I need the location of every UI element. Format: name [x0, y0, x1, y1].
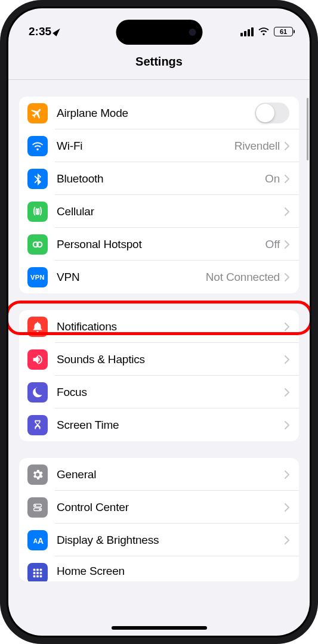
- chevron-right-icon: [285, 388, 289, 397]
- wifi-detail: Rivendell: [234, 140, 280, 153]
- row-label: Control Center: [57, 501, 285, 514]
- svg-rect-17: [40, 575, 42, 578]
- row-label: Wi-Fi: [57, 140, 234, 153]
- status-time: 2:35: [29, 25, 51, 38]
- row-label: Bluetooth: [57, 172, 265, 185]
- row-label: Display & Brightness: [57, 534, 285, 547]
- chevron-right-icon: [285, 421, 289, 429]
- row-label: Screen Time: [57, 419, 285, 432]
- settings-group-notifications: Notifications Sounds & Haptics: [19, 310, 299, 441]
- bell-icon: [27, 317, 48, 337]
- svg-rect-16: [36, 575, 39, 578]
- page-header: Settings: [8, 44, 310, 80]
- row-label: Home Screen: [57, 565, 289, 578]
- dynamic-island: [116, 20, 202, 45]
- wifi-status-icon: [258, 27, 270, 36]
- hotspot-icon: [27, 234, 48, 255]
- svg-point-6: [39, 508, 41, 510]
- chevron-right-icon: [285, 323, 289, 331]
- svg-rect-14: [40, 572, 42, 574]
- row-label: Notifications: [57, 320, 285, 333]
- chevron-right-icon: [285, 273, 289, 281]
- row-general[interactable]: General: [19, 458, 299, 491]
- hourglass-icon: [27, 415, 48, 435]
- vpn-icon: VPN: [27, 267, 48, 287]
- scroll-indicator[interactable]: [307, 98, 308, 160]
- svg-point-0: [37, 210, 39, 212]
- svg-rect-15: [33, 575, 36, 578]
- bluetooth-icon: [27, 169, 48, 189]
- row-sounds-haptics[interactable]: Sounds & Haptics: [19, 343, 299, 376]
- row-label: Focus: [57, 386, 285, 399]
- row-label: Airplane Mode: [57, 107, 255, 120]
- svg-rect-12: [33, 572, 36, 574]
- row-display-brightness[interactable]: AA Display & Brightness: [19, 524, 299, 556]
- chevron-right-icon: [285, 240, 289, 249]
- svg-rect-10: [36, 569, 39, 571]
- hotspot-detail: Off: [265, 238, 280, 251]
- settings-group-general: General Control Center AA: [19, 458, 299, 581]
- row-label: Cellular: [57, 205, 285, 218]
- home-grid-icon: [27, 563, 48, 581]
- chevron-right-icon: [285, 470, 289, 479]
- gear-icon: [27, 465, 48, 485]
- row-airplane-mode[interactable]: Airplane Mode: [19, 97, 299, 129]
- vpn-detail: Not Connected: [206, 271, 280, 284]
- chevron-right-icon: [285, 175, 289, 183]
- bluetooth-detail: On: [265, 172, 280, 185]
- svg-rect-9: [33, 569, 36, 571]
- cellular-icon: [27, 202, 48, 222]
- row-notifications[interactable]: Notifications: [19, 310, 299, 343]
- airplane-toggle[interactable]: [255, 103, 289, 123]
- chevron-right-icon: [285, 355, 289, 364]
- row-bluetooth[interactable]: Bluetooth On: [19, 162, 299, 195]
- text-size-icon: AA: [27, 530, 48, 550]
- svg-rect-13: [36, 572, 39, 574]
- chevron-right-icon: [285, 503, 289, 512]
- row-label: VPN: [57, 271, 206, 284]
- settings-group-connectivity: Airplane Mode Wi-Fi Rivendell: [19, 97, 299, 293]
- row-vpn[interactable]: VPN VPN Not Connected: [19, 261, 299, 293]
- svg-point-4: [35, 504, 36, 506]
- row-screen-time[interactable]: Screen Time: [19, 408, 299, 441]
- toggles-icon: [27, 497, 48, 518]
- row-home-screen[interactable]: Home Screen: [19, 556, 299, 581]
- moon-icon: [27, 382, 48, 402]
- location-arrow-icon: [53, 27, 62, 36]
- chevron-right-icon: [285, 142, 289, 150]
- page-title: Settings: [135, 55, 183, 69]
- wifi-icon: [27, 136, 48, 156]
- row-label: Sounds & Haptics: [57, 353, 285, 366]
- battery-icon: 61: [274, 27, 293, 36]
- chevron-right-icon: [285, 208, 289, 216]
- chevron-right-icon: [285, 536, 289, 544]
- speaker-icon: [27, 349, 48, 370]
- row-focus[interactable]: Focus: [19, 376, 299, 408]
- row-label: Personal Hotspot: [57, 238, 265, 251]
- row-personal-hotspot[interactable]: Personal Hotspot Off: [19, 228, 299, 261]
- row-cellular[interactable]: Cellular: [19, 195, 299, 228]
- row-label: General: [57, 468, 285, 481]
- svg-rect-11: [40, 569, 42, 571]
- row-wifi[interactable]: Wi-Fi Rivendell: [19, 129, 299, 162]
- cellular-signal-icon: [240, 27, 254, 36]
- airplane-icon: [27, 103, 48, 123]
- home-indicator[interactable]: [112, 626, 207, 630]
- row-control-center[interactable]: Control Center: [19, 491, 299, 524]
- svg-text:A: A: [38, 536, 44, 545]
